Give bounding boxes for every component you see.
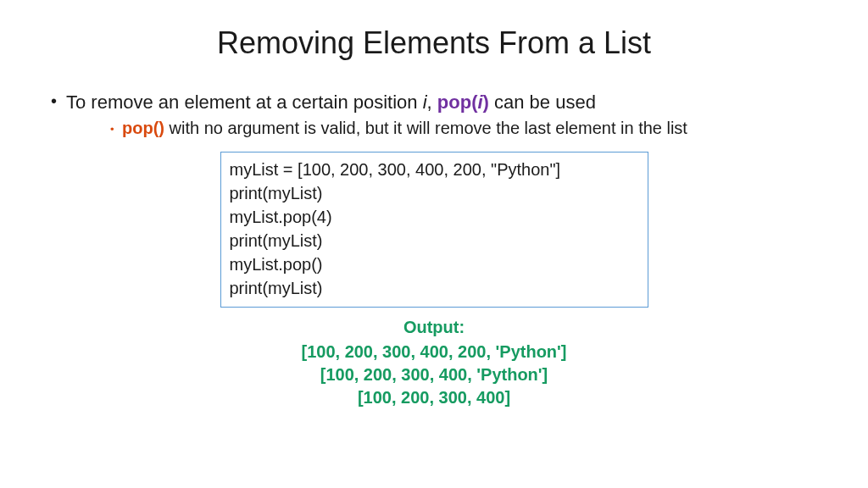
code-line-2: print(myList) <box>230 181 639 205</box>
bullet-list: To remove an element at a certain positi… <box>34 92 834 138</box>
sub-bullet-rest: with no argument is valid, but it will r… <box>164 119 687 137</box>
bullet-item-1: To remove an element at a certain positi… <box>51 92 834 138</box>
output-line-1: [100, 200, 300, 400, 200, 'Python'] <box>34 341 834 363</box>
sub-bullet-list: pop() with no argument is valid, but it … <box>66 119 834 138</box>
code-box: myList = [100, 200, 300, 400, 200, "Pyth… <box>220 152 648 308</box>
output-line-2: [100, 200, 300, 400, 'Python'] <box>34 363 834 386</box>
sub-bullet-item-1: pop() with no argument is valid, but it … <box>110 119 834 138</box>
bullet1-post: can be used <box>489 92 596 113</box>
code-line-3: myList.pop(4) <box>230 205 639 229</box>
output-label: Output: <box>34 316 834 339</box>
pop-call: pop(i) <box>437 92 489 113</box>
code-line-6: print(myList) <box>230 276 639 300</box>
code-line-1: myList = [100, 200, 300, 400, 200, "Pyth… <box>230 158 639 181</box>
pop-close: ) <box>483 92 489 113</box>
code-line-5: myList.pop() <box>230 252 639 276</box>
pop-open: pop( <box>437 92 478 113</box>
pop-noargs: pop() <box>122 119 164 137</box>
code-line-4: print(myList) <box>230 229 639 252</box>
bullet1-pre: To remove an element at a certain positi… <box>66 92 423 113</box>
bullet1-mid: , <box>427 92 437 113</box>
output-line-3: [100, 200, 300, 400] <box>34 386 834 409</box>
slide-title: Removing Elements From a List <box>34 25 834 61</box>
output-block: Output: [100, 200, 300, 400, 200, 'Pytho… <box>34 316 834 409</box>
